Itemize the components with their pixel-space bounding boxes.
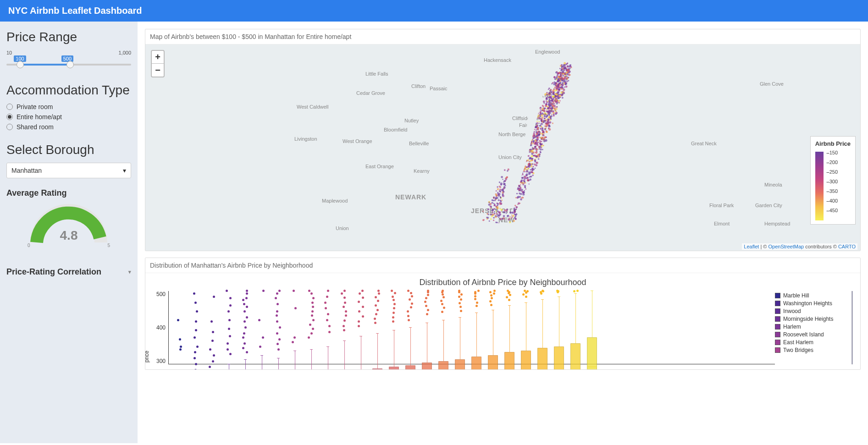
svg-point-892 [524,178,526,180]
svg-point-935 [553,82,555,83]
svg-point-497 [515,213,517,215]
svg-point-947 [551,104,552,105]
legend-item[interactable]: Roosevelt Island [775,331,849,338]
svg-point-921 [539,140,540,142]
svg-point-74 [509,221,511,223]
svg-point-735 [486,217,487,218]
legend-tick: ‒400 [826,198,838,208]
leaflet-map[interactable]: + − EnglewoodHackensackLittle FallsClift… [145,44,860,251]
svg-point-1090 [564,74,566,75]
svg-point-1121 [500,218,502,220]
price-range-slider[interactable]: 100 500 [6,56,131,69]
caret-down-icon[interactable]: ▾ [128,269,131,275]
box-12 [372,291,382,364]
map-place-label: Union [336,225,349,231]
svg-point-989 [558,95,561,97]
svg-point-604 [555,98,556,99]
svg-point-1081 [532,148,534,150]
svg-point-932 [552,82,554,84]
svg-point-894 [556,94,558,96]
app-header: NYC Airbnb Leaflet Dashboard [0,0,868,22]
svg-point-1113 [495,215,496,216]
legend-item[interactable]: Morningside Heights [775,316,849,322]
box-18 [471,291,481,364]
svg-point-172 [538,158,539,159]
legend-item[interactable]: Washington Heights [775,300,849,307]
svg-point-819 [554,106,556,108]
svg-point-196 [526,175,528,176]
svg-point-962 [521,180,523,182]
svg-point-654 [538,146,540,148]
radio-label: Entire home/apt [17,113,62,121]
box-24 [570,291,581,364]
svg-point-1047 [536,135,537,137]
carto-link[interactable]: CARTO [838,244,856,249]
svg-point-1087 [540,143,542,146]
manhattan-scatter [480,58,599,223]
boxplot-chart[interactable]: Distribution of Airbnb Price by Neighbou… [145,273,860,369]
svg-point-1088 [497,207,498,209]
legend-label: Inwood [783,308,801,314]
leaflet-link[interactable]: Leaflet [744,244,759,249]
svg-point-655 [531,171,533,173]
svg-point-1091 [555,112,558,114]
svg-point-268 [513,220,515,222]
zoom-out-button[interactable]: − [152,64,164,77]
borough-title: Select Borough [6,143,131,157]
svg-point-885 [526,166,528,168]
svg-point-150 [544,115,546,117]
svg-point-833 [546,92,548,93]
svg-point-801 [560,92,562,93]
slider-thumb-high[interactable] [66,61,74,68]
legend-ticks: ‒150‒200‒250‒300‒350‒400‒450 [826,150,838,217]
legend-item[interactable]: Inwood [775,308,849,314]
svg-point-673 [499,190,501,192]
svg-point-843 [548,88,550,89]
legend-item[interactable]: East Harlem [775,339,849,346]
svg-point-986 [559,82,561,84]
svg-point-635 [550,110,552,111]
svg-point-390 [512,215,514,217]
svg-point-936 [497,186,498,188]
svg-point-357 [542,149,543,150]
svg-point-1089 [526,177,529,179]
map-attribution: Leaflet | © OpenStreetMap contributors ©… [742,243,857,250]
slider-thumb-low[interactable] [17,61,24,68]
svg-point-317 [493,220,494,221]
svg-point-981 [544,118,545,119]
svg-point-779 [540,128,542,130]
radio-private-room[interactable]: Private room [6,103,131,110]
svg-point-41 [498,223,500,224]
svg-point-733 [553,112,555,114]
svg-point-1082 [551,107,553,109]
svg-point-784 [499,214,501,216]
svg-point-1122 [545,119,547,121]
svg-point-1019 [491,206,492,208]
osm-link[interactable]: OpenStreetMap [768,244,804,249]
svg-point-877 [535,140,536,141]
zoom-in-button[interactable]: + [152,51,164,64]
radio-entire-home-apt[interactable]: Entire home/apt [6,113,131,121]
svg-point-930 [542,131,544,133]
svg-point-937 [534,131,535,132]
boxplot-yaxis: 500400300 [153,291,168,364]
svg-point-1050 [561,66,563,67]
map-place-label: West Caldwell [297,104,329,110]
svg-point-915 [542,139,544,140]
svg-point-566 [544,109,545,110]
gauge-value: 4.8 [6,228,131,243]
legend-item[interactable]: Marble Hill [775,292,849,299]
borough-select[interactable]: Manhattan ▾ [6,163,131,178]
svg-point-1007 [535,164,537,166]
legend-item[interactable]: Harlem [775,324,849,330]
box-16 [438,291,448,364]
accom-title: Accommodation Type [6,83,131,98]
svg-point-1067 [551,92,552,93]
radio-shared-room[interactable]: Shared room [6,123,131,131]
svg-point-1033 [483,219,485,220]
legend-swatch [775,340,780,345]
svg-point-952 [554,103,555,104]
svg-point-739 [559,90,560,91]
legend-item[interactable]: Two Bridges [775,347,849,353]
boxplot-legend[interactable]: Marble HillWashington HeightsInwoodMorni… [775,291,853,364]
